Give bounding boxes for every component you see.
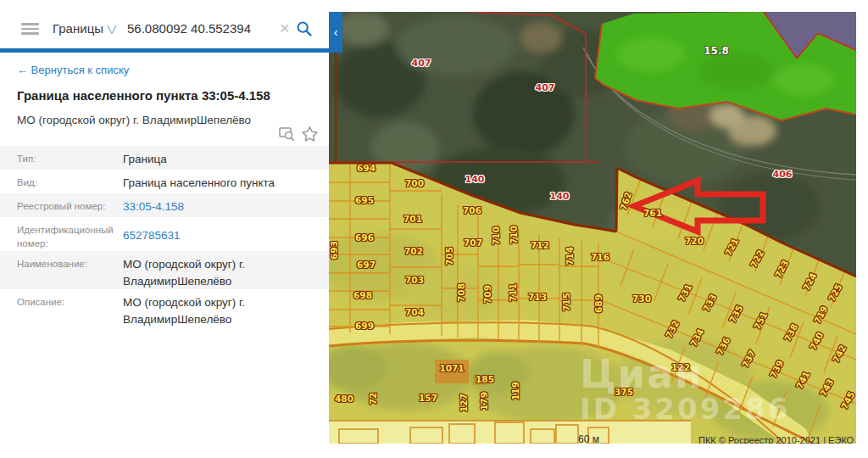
table-row: Наименование: МО (городской округ) г. Вл… (0, 251, 329, 289)
page-title: Граница населенного пункта 33:05-4.158 (17, 88, 319, 103)
row-label: Тип: (17, 146, 123, 170)
favorite-star-icon[interactable] (301, 126, 319, 142)
attributes-table: Тип: Граница Вид: Граница населенного пу… (0, 146, 329, 328)
map-graphics (329, 12, 856, 444)
chevron-down-icon[interactable]: ᐯ (107, 25, 117, 36)
clear-search-icon[interactable]: × (280, 19, 290, 38)
row-label: Идентификационный номер: (17, 217, 123, 251)
row-label: Описание: (17, 289, 123, 328)
table-row: Вид: Граница населенного пункта (0, 170, 329, 193)
header-divider (0, 48, 329, 53)
row-value: МО (городской округ) г. ВладимирШепелёво (123, 251, 317, 289)
scale-label: 60 м (578, 433, 599, 444)
menu-icon[interactable] (21, 23, 39, 35)
table-row: Идентификационный номер: 652785631 (0, 217, 329, 251)
search-icon[interactable] (296, 20, 313, 37)
row-label: Вид: (17, 170, 123, 193)
registry-number-link[interactable]: 33:05-4.158 (123, 193, 184, 217)
row-value: МО (городской округ) г. ВладимирШепелёво (123, 289, 317, 328)
panel-collapse-button[interactable]: ‹ (329, 12, 342, 53)
map-copyright: ПКК © Росреестр 2010-2021 | ЕЭКО © (698, 435, 856, 444)
map-canvas[interactable]: 6947006957016967026977036987046996937057… (329, 12, 856, 444)
row-value: Граница населенного пункта (123, 170, 275, 193)
page-subtitle: МО (городской округ) г. ВладимирШепелёво (17, 114, 319, 126)
app-window: Границы ᐯ × ← Вернуться к списку Граница… (0, 0, 868, 458)
row-value: Граница (123, 146, 167, 170)
table-row: Реестровый номер: 33:05-4.158 (0, 193, 329, 217)
row-label: Наименование: (17, 251, 123, 289)
info-panel: Границы ᐯ × ← Вернуться к списку Граница… (0, 0, 329, 458)
search-input[interactable] (127, 21, 275, 36)
table-row: Тип: Граница (0, 146, 329, 170)
zoom-to-object-icon[interactable] (278, 126, 295, 142)
identification-number-link[interactable]: 652785631 (123, 217, 181, 251)
back-to-list-link[interactable]: ← Вернуться к списку (17, 64, 129, 76)
row-label: Реестровый номер: (17, 193, 123, 217)
search-category-dropdown[interactable]: Границы (53, 21, 103, 36)
table-row: Описание: МО (городской округ) г. Владим… (0, 289, 329, 328)
